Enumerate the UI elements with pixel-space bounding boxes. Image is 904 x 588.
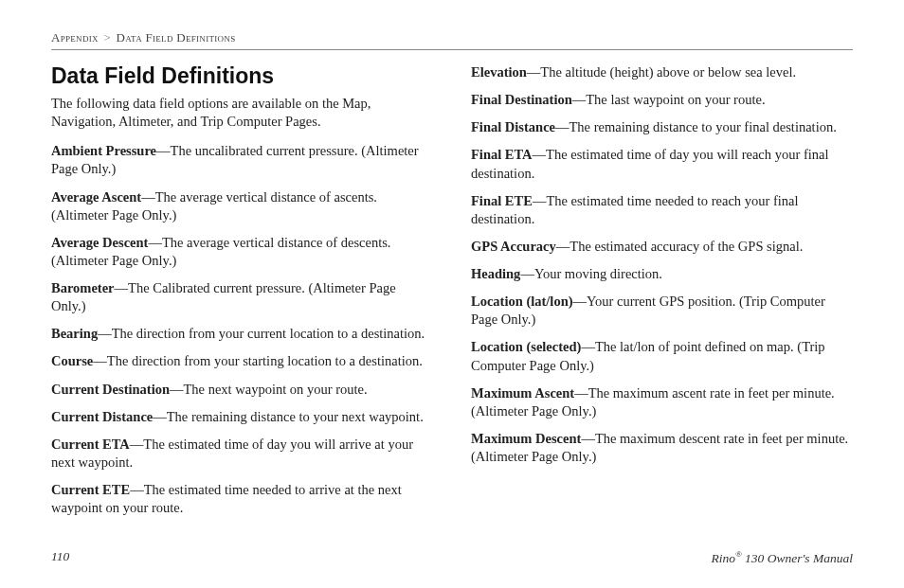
- definition-text: —The next waypoint on your route.: [170, 382, 368, 397]
- definition-entry: Current Destination—The next waypoint on…: [51, 381, 433, 399]
- product-name: Rino® 130 Owner's Manual: [711, 549, 853, 566]
- definition-entry: Average Ascent—The average vertical dist…: [51, 188, 433, 224]
- definition-term: Final Distance: [471, 119, 555, 134]
- definition-text: —The remaining distance to your final de…: [555, 119, 837, 134]
- definition-entry: Location (lat/lon)—Your current GPS posi…: [471, 293, 853, 329]
- definition-term: Final ETE: [471, 193, 533, 208]
- definition-term: Final Destination: [471, 92, 572, 107]
- definition-term: Ambient Pressure: [51, 143, 156, 158]
- definition-term: Heading: [471, 266, 520, 281]
- content-columns: Data Field Definitions The following dat…: [51, 63, 853, 527]
- breadcrumb-separator: >: [103, 30, 111, 45]
- definition-term: Barometer: [51, 280, 115, 295]
- breadcrumb: Appendix > Data Field Definitions: [51, 30, 853, 45]
- definition-term: Current ETE: [51, 482, 130, 497]
- definition-term: Maximum Descent: [471, 431, 581, 446]
- definition-text: —The remaining distance to your next way…: [153, 409, 424, 424]
- definitions-list: Ambient Pressure—The uncalibrated curren…: [51, 63, 853, 527]
- definition-text: —The last waypoint on your route.: [572, 92, 766, 107]
- definition-term: Average Descent: [51, 235, 148, 250]
- definition-entry: Maximum Ascent—The maximum ascent rate i…: [471, 384, 853, 420]
- definition-entry: Course—The direction from your starting …: [51, 352, 433, 370]
- page-title: Data Field Definitions: [51, 63, 433, 89]
- definition-text: —The altitude (height) above or below se…: [527, 64, 796, 80]
- definition-text: —The direction from your current locatio…: [98, 326, 425, 341]
- breadcrumb-part-section: Data Field Definitions: [117, 30, 236, 45]
- breadcrumb-part-appendix: Appendix: [51, 30, 99, 45]
- definition-entry: Average Descent—The average vertical dis…: [51, 234, 433, 270]
- definition-entry: Current ETA—The estimated time of day yo…: [51, 436, 433, 472]
- definition-entry: Current Distance—The remaining distance …: [51, 408, 433, 426]
- definition-text: —Your moving direction.: [520, 266, 662, 281]
- definition-entry: Heading—Your moving direction.: [471, 265, 853, 283]
- page-footer: 110 Rino® 130 Owner's Manual: [51, 549, 853, 566]
- definition-text: —The estimated accuracy of the GPS signa…: [556, 239, 804, 254]
- definition-term: Course: [51, 353, 93, 368]
- definition-term: Average Ascent: [51, 189, 141, 205]
- horizontal-rule: [51, 49, 853, 50]
- definition-entry: Final ETE—The estimated time needed to r…: [471, 192, 853, 228]
- definition-term: Maximum Ascent: [471, 385, 574, 401]
- product-prefix: Rino: [711, 550, 735, 564]
- definition-entry: Final ETA—The estimated time of day you …: [471, 146, 853, 182]
- registered-symbol: ®: [735, 549, 742, 559]
- definition-term: Location (selected): [471, 339, 581, 354]
- definition-entry: Barometer—The Calibrated current pressur…: [51, 279, 433, 315]
- definition-entry: Final Distance—The remaining distance to…: [471, 118, 853, 136]
- definition-term: Bearing: [51, 326, 98, 341]
- definition-term: Location (lat/lon): [471, 294, 573, 309]
- definition-entry: Bearing—The direction from your current …: [51, 325, 433, 343]
- definition-term: Current ETA: [51, 437, 130, 452]
- definition-entry: Ambient Pressure—The uncalibrated curren…: [51, 142, 433, 178]
- definition-term: GPS Accuracy: [471, 239, 556, 254]
- definition-entry: Location (selected)—The lat/lon of point…: [471, 338, 853, 374]
- definition-entry: Elevation—The altitude (height) above or…: [471, 63, 853, 81]
- page-number: 110: [51, 549, 69, 566]
- product-suffix: 130 Owner's Manual: [742, 550, 853, 564]
- definition-term: Final ETA: [471, 147, 533, 162]
- definition-entry: Maximum Descent—The maximum descent rate…: [471, 430, 853, 466]
- definition-text: —The direction from your starting locati…: [93, 353, 423, 368]
- definition-term: Current Distance: [51, 409, 153, 424]
- definition-entry: Current ETE—The estimated time needed to…: [51, 481, 433, 517]
- definition-entry: GPS Accuracy—The estimated accuracy of t…: [471, 238, 853, 256]
- definition-term: Elevation: [471, 64, 527, 80]
- intro-paragraph: The following data field options are ava…: [51, 95, 433, 131]
- definition-term: Current Destination: [51, 382, 170, 397]
- definition-entry: Final Destination—The last waypoint on y…: [471, 91, 853, 109]
